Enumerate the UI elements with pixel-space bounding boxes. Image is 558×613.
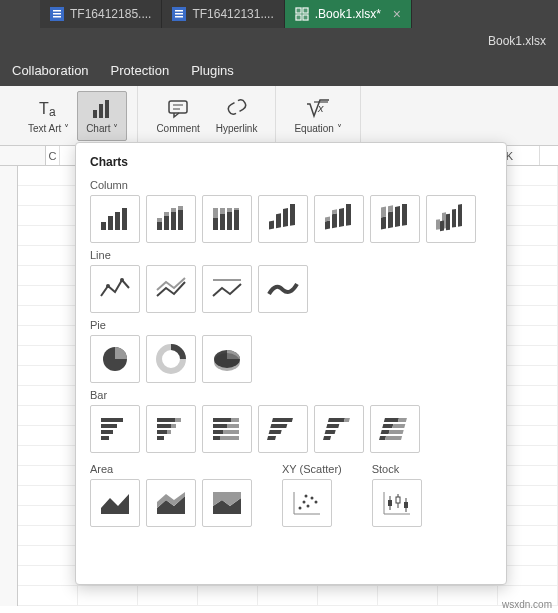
- svg-point-120: [305, 495, 308, 498]
- svg-rect-102: [382, 424, 393, 428]
- hyperlink-label: Hyperlink: [216, 123, 258, 134]
- svg-rect-77: [175, 418, 181, 422]
- chart-pie-doughnut[interactable]: [146, 335, 196, 383]
- menu-bar: Collaboration Protection Plugins: [0, 54, 558, 86]
- chart-column-3d-stacked[interactable]: [314, 195, 364, 243]
- svg-rect-124: [388, 500, 392, 506]
- svg-rect-57: [395, 206, 400, 227]
- svg-rect-90: [220, 436, 239, 440]
- svg-rect-33: [178, 210, 183, 230]
- svg-rect-53: [381, 217, 386, 230]
- hyperlink-button[interactable]: Hyperlink: [208, 91, 266, 141]
- chart-area-100stacked[interactable]: [202, 479, 252, 527]
- svg-rect-78: [157, 424, 171, 428]
- svg-rect-86: [227, 424, 239, 428]
- svg-rect-56: [388, 205, 393, 212]
- chart-line-stacked[interactable]: [146, 265, 196, 313]
- chart-line-basic[interactable]: [90, 265, 140, 313]
- menu-collaboration[interactable]: Collaboration: [12, 63, 89, 78]
- svg-point-116: [303, 501, 306, 504]
- chart-bar-3d-clustered[interactable]: [258, 405, 308, 453]
- category-bar: Bar: [90, 389, 492, 401]
- document-tab-bar: TF16412185.... TF16412131.... .Book1.xls…: [0, 0, 558, 28]
- svg-rect-5: [175, 10, 183, 12]
- menu-plugins[interactable]: Plugins: [191, 63, 234, 78]
- svg-rect-87: [213, 430, 223, 434]
- category-column: Column: [90, 179, 492, 191]
- charts-dropdown-panel: Charts Column Line Pie Bar Area: [75, 142, 507, 585]
- chart-column-3d-100stacked[interactable]: [370, 195, 420, 243]
- svg-point-115: [299, 507, 302, 510]
- chart-column-stacked[interactable]: [146, 195, 196, 243]
- svg-rect-100: [384, 418, 399, 422]
- svg-rect-76: [157, 418, 175, 422]
- svg-rect-30: [164, 212, 169, 216]
- svg-rect-16: [99, 104, 103, 118]
- svg-marker-108: [101, 494, 129, 514]
- chart-bar-stacked[interactable]: [146, 405, 196, 453]
- svg-rect-51: [339, 208, 344, 227]
- chart-column-clustered[interactable]: [90, 195, 140, 243]
- document-tab-2[interactable]: TF16412131....: [162, 0, 284, 28]
- svg-rect-28: [157, 218, 162, 222]
- chart-bar-3d-stacked[interactable]: [314, 405, 364, 453]
- svg-rect-106: [379, 436, 386, 440]
- svg-rect-43: [269, 221, 274, 230]
- chart-line-100stacked[interactable]: [202, 265, 252, 313]
- chart-bar-clustered[interactable]: [90, 405, 140, 453]
- chart-column-100stacked[interactable]: [202, 195, 252, 243]
- chart-scatter[interactable]: [282, 479, 332, 527]
- svg-rect-107: [385, 436, 402, 440]
- svg-rect-64: [458, 204, 462, 227]
- svg-rect-61: [440, 221, 444, 232]
- equation-button[interactable]: x Equation ˅: [286, 91, 349, 141]
- doc-icon: [172, 7, 186, 21]
- chart-line-3d[interactable]: [258, 265, 308, 313]
- document-title: Book1.xlsx: [488, 34, 546, 48]
- document-tab-1[interactable]: TF16412185....: [40, 0, 162, 28]
- svg-point-118: [311, 497, 314, 500]
- textart-button[interactable]: Ta Text Art ˅: [20, 91, 77, 141]
- svg-rect-8: [295, 7, 309, 21]
- tab-label: TF16412131....: [192, 7, 273, 21]
- category-area: Area: [90, 463, 252, 475]
- chart-label: Chart: [86, 123, 110, 134]
- svg-rect-89: [213, 436, 220, 440]
- watermark: wsxdn.com: [502, 599, 552, 610]
- svg-rect-58: [402, 204, 407, 226]
- chart-pie-3d[interactable]: [202, 335, 252, 383]
- svg-text:a: a: [49, 105, 56, 119]
- svg-rect-62: [446, 214, 450, 231]
- chart-area-basic[interactable]: [90, 479, 140, 527]
- textart-icon: Ta: [37, 97, 61, 121]
- svg-rect-32: [171, 208, 176, 212]
- svg-rect-26: [122, 208, 127, 230]
- chart-column-3d-clustered[interactable]: [258, 195, 308, 243]
- comment-icon: [166, 97, 190, 121]
- chart-area-stacked[interactable]: [146, 479, 196, 527]
- svg-rect-7: [175, 16, 183, 18]
- svg-rect-3: [53, 16, 61, 18]
- svg-rect-85: [213, 424, 227, 428]
- doc-icon: [50, 7, 64, 21]
- comment-button[interactable]: Comment: [148, 91, 207, 141]
- svg-rect-49: [332, 213, 337, 228]
- chart-pie-basic[interactable]: [90, 335, 140, 383]
- chart-bar-3d-100stacked[interactable]: [370, 405, 420, 453]
- close-icon[interactable]: ×: [393, 6, 401, 22]
- chart-bar-100stacked[interactable]: [202, 405, 252, 453]
- svg-rect-95: [328, 418, 345, 422]
- svg-rect-94: [267, 436, 276, 440]
- col-header[interactable]: C: [46, 146, 60, 165]
- document-tab-active[interactable]: .Book1.xlsx* ×: [285, 0, 412, 28]
- svg-rect-101: [398, 418, 407, 422]
- chart-stock[interactable]: [372, 479, 422, 527]
- svg-rect-105: [389, 430, 404, 434]
- svg-rect-92: [270, 424, 287, 428]
- chart-column-3d[interactable]: [426, 195, 476, 243]
- category-stock: Stock: [372, 463, 422, 475]
- svg-rect-45: [283, 208, 288, 227]
- textart-label: Text Art: [28, 123, 61, 134]
- chart-button[interactable]: Chart ˅: [77, 91, 127, 141]
- menu-protection[interactable]: Protection: [111, 63, 170, 78]
